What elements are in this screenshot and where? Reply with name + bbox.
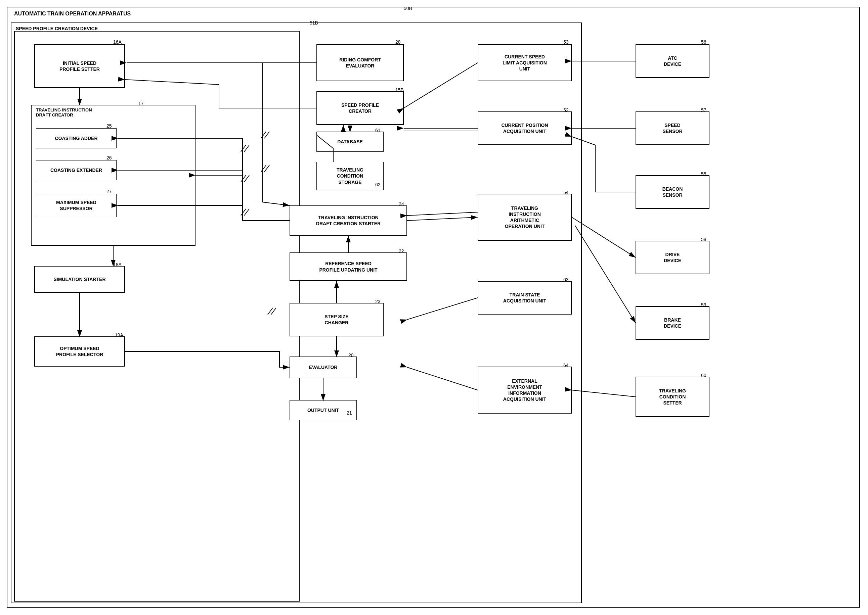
current-speed-limit-acquisition-unit: CURRENT SPEEDLIMIT ACQUISITIONUNIT [478,44,572,81]
ref-26: 26 [106,155,112,161]
external-environment-information-acquisition-unit: EXTERNALENVIRONMENTINFORMATIONACQUISITIO… [478,367,572,414]
ref-25: 25 [106,123,112,129]
ref-63: 63 [563,277,569,283]
database: DATABASE [316,131,384,152]
maximum-speed-suppressor: MAXIMUM SPEEDSUPPRESSOR [36,194,117,217]
drive-device: DRIVEDEVICE [635,241,710,274]
ref-57: 57 [701,108,707,113]
ref-51b: 51B [310,20,318,25]
ref-50b: 50B [404,6,412,11]
riding-comfort-evaluator: RIDING COMFORTEVALUATOR [316,44,404,81]
beacon-sensor: BEACONSENSOR [635,175,710,209]
ref-16a: 16A [113,39,122,45]
ref-55: 55 [701,171,707,176]
ref-19a: 19A [115,332,123,338]
reference-speed-profile-updating-unit: REFERENCE SPEEDPROFILE UPDATING UNIT [289,253,407,281]
traveling-instruction-draft-creator-label: TRAVELING INSTRUCTIONDRAFT CREATOR [36,108,92,117]
ref-17: 17 [138,101,144,106]
speed-profile-creation-device-label: SPEED PROFILE CREATION DEVICE [16,26,98,31]
outer-border-label: AUTOMATIC TRAIN OPERATION APPARATUS [14,11,131,17]
ref-54: 54 [563,190,569,195]
ref-62: 62 [375,182,381,187]
ref-24: 24 [399,201,404,207]
ref-61: 61 [375,128,381,133]
step-size-changer: STEP SIZECHANGER [289,303,384,336]
ref-53: 53 [563,39,569,45]
traveling-instruction-arithmetic-operation-unit: TRAVELINGINSTRUCTIONARITHMETICOPERATION … [478,194,572,241]
atc-device: ATCDEVICE [635,44,710,78]
traveling-condition-setter: TRAVELINGCONDITIONSETTER [635,377,710,417]
ref-22: 22 [399,248,404,254]
ref-58: 58 [701,237,707,242]
main-diagram: 50B AUTOMATIC TRAIN OPERATION APPARATUS … [7,7,860,607]
traveling-instruction-draft-creation-starter: TRAVELING INSTRUCTIONDRAFT CREATION STAR… [289,206,407,236]
ref-59: 59 [701,302,707,308]
ref-64: 64 [563,362,569,368]
ref-23: 23 [375,299,381,304]
ref-21: 21 [347,410,352,415]
ref-52: 52 [563,108,569,113]
coasting-adder: COASTING ADDER [36,128,117,148]
train-state-acquisition-unit: TRAIN STATEACQUISITION UNIT [478,281,572,315]
ref-56: 56 [701,39,707,45]
coasting-extender: COASTING EXTENDER [36,160,117,180]
ref-18a: 18A [113,262,122,267]
traveling-condition-storage: TRAVELINGCONDITIONSTORAGE [316,162,384,190]
brake-device: BRAKEDEVICE [635,306,710,340]
ref-20: 20 [348,353,354,358]
speed-profile-creator: SPEED PROFILECREATOR [316,91,404,125]
ref-15b: 15B [396,87,404,93]
ref-28: 28 [396,39,401,45]
speed-sensor: SPEEDSENSOR [635,111,710,145]
simulation-starter: SIMULATION STARTER [34,266,125,293]
evaluator: EVALUATOR [289,356,357,378]
ref-27: 27 [106,189,112,194]
optimum-speed-profile-selector: OPTIMUM SPEEDPROFILE SELECTOR [34,336,125,367]
current-position-acquisition-unit: CURRENT POSITIONACQUISITION UNIT [478,111,572,145]
ref-60: 60 [701,373,707,378]
svg-line-23 [575,226,635,323]
initial-speed-profile-setter: INITIAL SPEEDPROFILE SETTER [34,44,125,88]
